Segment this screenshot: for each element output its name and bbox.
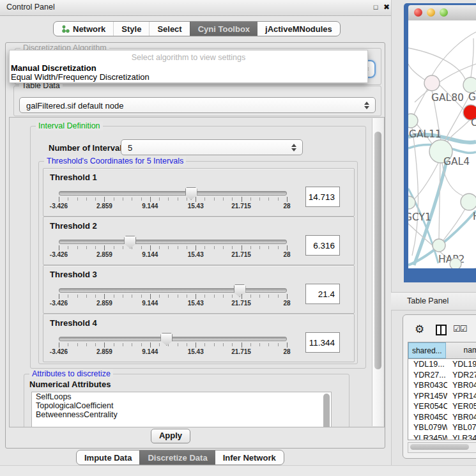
slider-tick-label: 28 bbox=[283, 203, 290, 210]
checkbox-options-icon[interactable]: ☑☑ bbox=[453, 324, 466, 334]
network-node-ga[interactable] bbox=[463, 77, 476, 93]
table-row[interactable]: YBR043CYBR043C bbox=[408, 380, 476, 391]
zoom-traffic-light-icon[interactable] bbox=[440, 8, 448, 17]
table-panel-header: Table Panel bbox=[391, 292, 476, 311]
close-icon[interactable]: ✖ bbox=[381, 2, 392, 12]
threshold-slider[interactable]: -3.4262.8599.14415.4321.71528 bbox=[59, 187, 287, 208]
network-edge[interactable] bbox=[408, 48, 465, 79]
slider-minor-ticks bbox=[59, 197, 288, 201]
horizontal-scrollbar[interactable] bbox=[408, 442, 476, 453]
threshold-slider[interactable]: -3.4262.8599.14415.4321.71528 bbox=[59, 284, 287, 305]
tab-network[interactable]: Network bbox=[54, 22, 113, 36]
attribute-item[interactable]: BetweennessCentrality bbox=[32, 410, 331, 419]
float-window-icon[interactable]: □ bbox=[371, 2, 381, 12]
table-row[interactable]: YBR045CYBR045C bbox=[408, 412, 476, 423]
threshold-value-field[interactable]: 21.4 bbox=[305, 284, 340, 304]
network-canvas[interactable]: GAL80GACGAL11GAL4GCY1HHAP2 bbox=[408, 20, 476, 268]
column-header-shared-name[interactable]: shared... bbox=[408, 342, 446, 358]
slider-major-tick bbox=[150, 342, 151, 348]
slider-major-tick bbox=[287, 197, 288, 202]
tab-style[interactable]: Style bbox=[113, 22, 149, 36]
list-scrollbar-thumb[interactable] bbox=[323, 394, 330, 427]
algorithm-option-equal-width[interactable]: Equal Width/Frequency Discretization bbox=[11, 72, 150, 82]
tab-jactivemnodules[interactable]: jActiveMNodules bbox=[257, 22, 340, 36]
network-node-label: GAL80 bbox=[431, 92, 464, 104]
number-of-intervals-combo[interactable]: 5 bbox=[121, 139, 303, 155]
split-columns-icon[interactable] bbox=[436, 325, 447, 335]
close-traffic-light-icon[interactable] bbox=[414, 8, 422, 17]
slider-tick-label: 2.859 bbox=[96, 203, 112, 210]
slider-major-tick bbox=[59, 342, 59, 348]
network-window-titlebar[interactable] bbox=[408, 5, 476, 21]
threshold-panel-3: Threshold 3-3.4262.8599.14415.4321.71528… bbox=[43, 265, 355, 314]
table-row[interactable]: YDR27...YDR27... bbox=[408, 370, 476, 381]
attribute-item[interactable]: TopologicalCoefficient bbox=[32, 401, 331, 410]
network-edge[interactable] bbox=[471, 38, 473, 77]
network-edge[interactable] bbox=[408, 64, 425, 80]
table-row[interactable]: YPR145WYPR145W bbox=[408, 391, 476, 402]
slider-major-tick bbox=[196, 245, 196, 250]
table-cell: YDR27... bbox=[408, 370, 447, 381]
network-node-gal80[interactable] bbox=[424, 75, 440, 91]
slider-major-tick bbox=[104, 245, 105, 250]
table-cell: YBR043C bbox=[447, 380, 476, 391]
slider-track[interactable] bbox=[59, 337, 287, 341]
threshold-value-field[interactable]: 11.344 bbox=[305, 332, 340, 353]
slider-major-tick bbox=[104, 197, 105, 202]
settings-scrollpane: Interval Definition Number of Intervals … bbox=[9, 117, 385, 427]
horizontal-scrollbar-thumb[interactable] bbox=[410, 444, 469, 450]
slider-major-tick bbox=[242, 342, 242, 348]
slider-track[interactable] bbox=[59, 240, 287, 244]
threshold-slider[interactable]: -3.4262.8599.14415.4321.71528 bbox=[59, 332, 287, 354]
gear-icon[interactable]: ⚙ bbox=[415, 323, 424, 336]
table-row[interactable]: YDL19...YDL19... bbox=[408, 359, 476, 370]
column-header-name[interactable]: name bbox=[446, 342, 476, 358]
table-row[interactable]: YER054CYER054C bbox=[408, 401, 476, 412]
threshold-value-field[interactable]: 6.316 bbox=[305, 235, 340, 256]
slider-tick-label: -3.426 bbox=[50, 203, 68, 210]
tab-cyni-toolbox[interactable]: Cyni Toolbox bbox=[190, 22, 257, 36]
network-node-gal11[interactable] bbox=[408, 114, 418, 128]
interval-definition-group: Interval Definition Number of Intervals … bbox=[30, 126, 366, 369]
tab-infer-network[interactable]: Infer Network bbox=[215, 450, 284, 464]
vertical-scrollbar[interactable] bbox=[372, 118, 383, 426]
table-row[interactable]: YBL079WYBL079W bbox=[408, 422, 476, 433]
network-node-label: C bbox=[471, 117, 476, 128]
attribute-item[interactable]: SelfLoops bbox=[32, 392, 331, 401]
slider-track[interactable] bbox=[59, 191, 287, 196]
table-header-row: shared...name bbox=[408, 342, 476, 359]
combo-stepper-icon bbox=[364, 102, 369, 109]
slider-tick-label: 15.43 bbox=[188, 300, 204, 307]
threshold-value-field[interactable]: 14.713 bbox=[305, 187, 340, 207]
slider-tick-label: 28 bbox=[283, 300, 290, 307]
network-node[interactable] bbox=[450, 258, 461, 268]
table-panel-title: Table Panel bbox=[407, 296, 449, 305]
slider-tick-label: 21.715 bbox=[231, 300, 251, 307]
network-edge[interactable] bbox=[432, 32, 476, 75]
top-tab-bar: NetworkStyleSelectCyni ToolboxjActiveMNo… bbox=[53, 21, 341, 36]
numerical-attributes-list[interactable]: SelfLoopsTopologicalCoefficientBetweenne… bbox=[31, 392, 332, 427]
threshold-label: Threshold 2 bbox=[50, 221, 97, 231]
slider-track[interactable] bbox=[59, 288, 287, 293]
algorithm-option-manual[interactable]: Manual Discretization bbox=[11, 63, 96, 73]
network-node-hap2[interactable] bbox=[433, 239, 445, 252]
network-edge[interactable] bbox=[439, 163, 440, 239]
threshold-panel-4: Threshold 4-3.4262.8599.14415.4321.71528… bbox=[43, 314, 355, 362]
tab-select[interactable]: Select bbox=[149, 22, 189, 36]
table-panel: ⚙ ☑☑ shared...name YDL19...YDL19...YDR27… bbox=[403, 314, 476, 459]
slider-tick-label: 28 bbox=[283, 251, 290, 258]
threshold-panel-2: Threshold 2-3.4262.8599.14415.4321.71528… bbox=[43, 217, 355, 265]
slider-major-tick bbox=[150, 197, 151, 202]
bottom-tab-bar: Impute DataDiscretize DataInfer Network bbox=[76, 450, 284, 465]
minimize-traffic-light-icon[interactable] bbox=[427, 8, 435, 17]
threshold-slider[interactable]: -3.4262.8599.14415.4321.71528 bbox=[59, 235, 287, 257]
table-data-combo[interactable]: galFiltered.sif default node bbox=[19, 97, 376, 113]
scrollbar-thumb[interactable] bbox=[374, 132, 381, 369]
apply-button[interactable]: Apply bbox=[151, 429, 190, 443]
tab-impute-data[interactable]: Impute Data bbox=[77, 450, 139, 464]
tab-discretize-data[interactable]: Discretize Data bbox=[139, 450, 215, 464]
slider-major-tick bbox=[196, 294, 196, 299]
table-cell: YBR045C bbox=[408, 412, 447, 423]
network-node-h[interactable] bbox=[461, 194, 476, 210]
table-row[interactable]: YLR345WYLR345W bbox=[408, 433, 476, 441]
